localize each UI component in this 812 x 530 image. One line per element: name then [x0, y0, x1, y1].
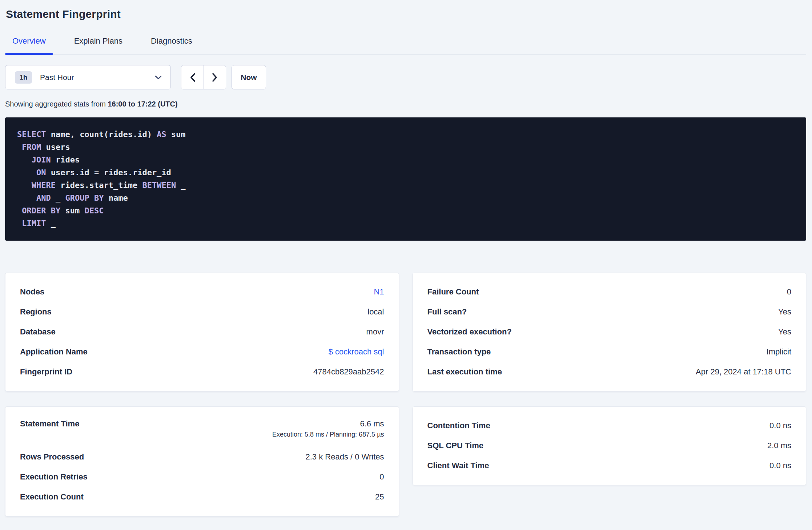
prev-time-button[interactable]	[181, 65, 204, 89]
row-value-block: 0	[379, 472, 384, 482]
row-value-block: Yes	[778, 327, 791, 337]
row-value-block: Yes	[778, 307, 791, 317]
row-value-block: N1	[374, 287, 384, 297]
statement-times-card: Statement Time6.6 msExecution: 5.8 ms / …	[5, 406, 399, 517]
card-row: Full scan?Yes	[427, 302, 792, 322]
row-value: 6.6 ms	[272, 419, 384, 429]
row-label: Transaction type	[427, 347, 491, 357]
row-label: Regions	[20, 307, 52, 317]
next-time-button[interactable]	[204, 65, 226, 89]
row-value-block: 2.0 ms	[767, 441, 791, 450]
row-value-block: Implicit	[767, 347, 791, 357]
row-value-block: 2.3 k Reads / 0 Writes	[305, 452, 384, 462]
row-value-block: Apr 29, 2024 at 17:18 UTC	[696, 367, 791, 377]
card-row: SQL CPU Time2.0 ms	[427, 435, 792, 455]
aggregated-stats-text: Showing aggregated stats from 16:00 to 1…	[5, 100, 806, 108]
overview-details-right-card: Failure Count0Full scan?YesVectorized ex…	[413, 273, 807, 392]
chevron-right-icon	[212, 73, 218, 82]
chevron-down-icon	[155, 75, 162, 80]
row-label: Execution Count	[20, 492, 84, 502]
row-value-link[interactable]: N1	[374, 287, 384, 297]
card-row: Transaction typeImplicit	[427, 342, 792, 362]
row-label: Database	[20, 327, 56, 337]
card-row: Vectorized execution?Yes	[427, 322, 792, 342]
aggregated-stats-range: 16:00 to 17:22 (UTC)	[108, 100, 177, 108]
time-interval-badge: 1h	[15, 71, 32, 84]
wait-times-card: Contention Time0.0 nsSQL CPU Time2.0 msC…	[413, 406, 807, 485]
row-label: Full scan?	[427, 307, 467, 317]
row-label: Nodes	[20, 287, 44, 297]
row-value: 2.0 ms	[767, 441, 791, 450]
row-value: 2.3 k Reads / 0 Writes	[305, 452, 384, 462]
row-value: 0.0 ns	[769, 461, 791, 470]
sql-line: JOIN rides	[17, 153, 795, 166]
card-row: Rows Processed2.3 k Reads / 0 Writes	[20, 447, 384, 467]
time-interval-label: Past Hour	[40, 73, 155, 82]
row-label: Last execution time	[427, 367, 502, 377]
row-value: 0	[379, 472, 384, 482]
sql-line: LIMIT _	[17, 217, 795, 230]
row-label: Vectorized execution?	[427, 327, 512, 337]
row-label: SQL CPU Time	[427, 441, 483, 450]
card-row: Statement Time6.6 msExecution: 5.8 ms / …	[20, 415, 384, 447]
summary-cards: NodesN1RegionslocalDatabasemovrApplicati…	[5, 273, 806, 517]
row-subvalue: Execution: 5.8 ms / Planning: 687.5 µs	[272, 431, 384, 438]
row-value-block: $ cockroach sql	[329, 347, 384, 357]
now-button[interactable]: Now	[232, 65, 266, 89]
tab-bar: Overview Explain Plans Diagnostics	[5, 32, 806, 55]
row-label: Application Name	[20, 347, 88, 357]
row-value-block: 0.0 ns	[769, 421, 791, 430]
tab-explain-plans[interactable]: Explain Plans	[67, 32, 130, 54]
overview-details-left-card: NodesN1RegionslocalDatabasemovrApplicati…	[5, 273, 399, 392]
sql-line: AND _ GROUP BY name	[17, 192, 795, 204]
tab-overview[interactable]: Overview	[5, 32, 53, 54]
row-value: movr	[366, 327, 384, 337]
row-value: 0	[787, 287, 791, 297]
aggregated-stats-prefix: Showing aggregated stats from	[5, 100, 108, 108]
row-value: 4784cb829aab2542	[313, 367, 384, 377]
row-value-link[interactable]: $ cockroach sql	[329, 347, 384, 357]
row-label: Execution Retries	[20, 472, 88, 482]
card-row: Databasemovr	[20, 322, 384, 342]
card-row: NodesN1	[20, 282, 384, 302]
sql-line: ON users.id = rides.rider_id	[17, 166, 795, 179]
sql-line: SELECT name, count(rides.id) AS sum	[17, 128, 795, 141]
time-interval-select[interactable]: 1h Past Hour	[5, 65, 171, 89]
card-row: Contention Time0.0 ns	[427, 415, 792, 435]
row-value: 25	[375, 492, 384, 502]
page-title: Statement Fingerprint	[6, 8, 806, 20]
row-value-block: 6.6 msExecution: 5.8 ms / Planning: 687.…	[272, 419, 384, 438]
row-value: Yes	[778, 327, 791, 337]
row-label: Client Wait Time	[427, 461, 489, 470]
row-label: Statement Time	[20, 419, 79, 429]
chevron-left-icon	[190, 73, 196, 82]
row-value: 0.0 ns	[769, 421, 791, 430]
card-row: Failure Count0	[427, 282, 792, 302]
sql-statement: SELECT name, count(rides.id) AS sum FROM…	[5, 117, 806, 241]
tab-diagnostics[interactable]: Diagnostics	[144, 32, 200, 54]
card-row: Client Wait Time0.0 ns	[427, 455, 792, 475]
card-row: Fingerprint ID4784cb829aab2542	[20, 362, 384, 382]
row-label: Rows Processed	[20, 452, 84, 462]
row-value: Implicit	[767, 347, 791, 357]
row-label: Failure Count	[427, 287, 479, 297]
card-row: Application Name$ cockroach sql	[20, 342, 384, 362]
sql-line: FROM users	[17, 141, 795, 153]
card-row: Execution Retries0	[20, 467, 384, 487]
row-value: Apr 29, 2024 at 17:18 UTC	[696, 367, 791, 377]
row-value-block: 25	[375, 492, 384, 502]
row-value: local	[367, 307, 384, 317]
row-value-block: 0	[787, 287, 791, 297]
sql-line: WHERE rides.start_time BETWEEN _	[17, 179, 795, 192]
row-value-block: 0.0 ns	[769, 461, 791, 470]
row-value-block: movr	[366, 327, 384, 337]
time-picker-row: 1h Past Hour	[5, 65, 806, 89]
sql-line: ORDER BY sum DESC	[17, 204, 795, 217]
card-row: Execution Count25	[20, 487, 384, 507]
row-label: Fingerprint ID	[20, 367, 72, 377]
card-row: Regionslocal	[20, 302, 384, 322]
row-value-block: 4784cb829aab2542	[313, 367, 384, 377]
card-row: Last execution timeApr 29, 2024 at 17:18…	[427, 362, 792, 382]
statement-fingerprint-page: Statement Fingerprint Overview Explain P…	[0, 0, 812, 517]
time-nav-group	[181, 65, 226, 89]
